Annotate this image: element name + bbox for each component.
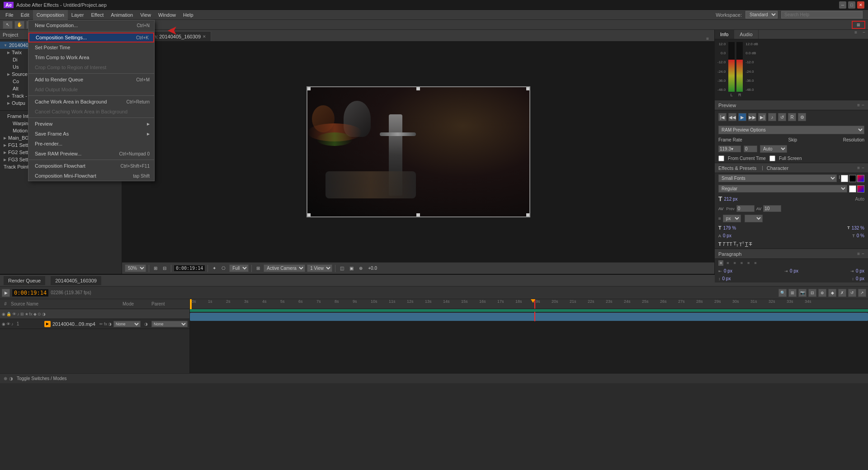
layer-1-fx-icon[interactable]: fx [104, 322, 107, 326]
preview-loop[interactable]: ↺ [778, 113, 786, 121]
character-label[interactable]: Character [767, 165, 788, 171]
workspace-select[interactable]: Standard [745, 11, 778, 19]
dd-item-cache-bg[interactable]: Cache Work Area in Background Ctrl+Retur… [28, 97, 154, 107]
dd-item-save-ram[interactable]: Save RAM Preview... Ctrl+Numpad 0 [28, 149, 154, 159]
zoom-select[interactable]: 50% [125, 264, 146, 272]
char-unit-select[interactable]: px [723, 215, 741, 222]
dd-item-comp-settings[interactable]: Composition Settings... Ctrl+K [28, 33, 154, 42]
menu-file[interactable]: File [2, 10, 17, 20]
layer-1-parent-select[interactable]: None [151, 321, 188, 327]
tool-hand[interactable]: ✋ [14, 21, 24, 29]
char-style-Tsup[interactable]: TT [739, 241, 744, 247]
skip-input[interactable] [744, 146, 757, 152]
maximize-button[interactable]: □ [848, 1, 855, 9]
lc-effects-icon[interactable]: fx [29, 312, 33, 316]
resolution-select[interactable]: Auto [760, 145, 787, 153]
tl-camera-btn[interactable]: 📷 [798, 289, 807, 297]
lc-quality-icon[interactable]: ★ [25, 312, 28, 316]
table-row[interactable]: ◉ 👁 ♪ 1 ▶ 20140040...09.mp4 ✏ fx ◑ None … [0, 319, 189, 329]
dd-item-new-comp[interactable]: New Composition... Ctrl+N [28, 20, 154, 30]
status-icon-1[interactable]: ⊕ [4, 376, 7, 381]
search-input[interactable] [781, 11, 863, 19]
grid-icon[interactable]: ⊞ [255, 265, 262, 271]
dd-item-flowchart[interactable]: Composition Flowchart Ctrl+Shift+F11 [28, 161, 154, 171]
align-justify-icon[interactable]: ≡ [739, 260, 744, 266]
tl-play-btn[interactable]: ▶ [2, 289, 10, 297]
corner-handle-bl[interactable] [307, 213, 311, 217]
toggle-switches-label[interactable]: Toggle Switches / Modes [17, 376, 67, 381]
framerate-input[interactable] [718, 146, 741, 152]
tl-mode-btn[interactable]: ⊞ [788, 289, 797, 297]
render-icon[interactable]: ▣ [348, 265, 355, 271]
layer-1-mode-select[interactable]: None [113, 321, 141, 327]
preview-go-last[interactable]: ▶| [758, 113, 766, 121]
snap-icon[interactable]: ✦ [211, 265, 218, 271]
menu-help[interactable]: Help [179, 10, 197, 20]
dd-item-set-poster[interactable]: Set Poster Time [28, 42, 154, 52]
right-panel-collapse[interactable]: − [860, 30, 868, 39]
tl-flowchart-btn[interactable]: ↗ [858, 289, 866, 297]
view-count-select[interactable]: 1 View [307, 264, 332, 272]
align-left-icon[interactable]: ≡ [718, 260, 723, 266]
char-style-Tstrike[interactable]: T [749, 241, 752, 247]
menu-view[interactable]: View [137, 10, 155, 20]
corner-handle-tl[interactable] [307, 87, 311, 90]
close-button[interactable]: ✕ [857, 1, 864, 9]
align-right-icon[interactable]: ≡ [732, 260, 737, 266]
preview-play[interactable]: ▶ [738, 113, 746, 121]
tl-paste-btn[interactable]: ⊕ [818, 289, 826, 297]
char-swatch2-grad[interactable] [857, 185, 864, 193]
lc-solo-icon[interactable]: ◉ [2, 312, 5, 316]
minimize-button[interactable]: ─ [839, 1, 846, 9]
layer-1-edit-icon[interactable]: ✏ [99, 322, 103, 326]
char-icon-italic[interactable]: I [839, 175, 840, 182]
layer-1-solo[interactable]: ◉ [2, 322, 5, 326]
dd-item-preview[interactable]: Preview ▶ [28, 119, 154, 129]
align-justify-all-icon[interactable]: ≡ [746, 260, 751, 266]
align-center-icon[interactable]: ≡ [725, 260, 730, 266]
layer-1-blend-icon[interactable]: ◑ [108, 322, 112, 326]
char-style-Tsub[interactable]: TT [733, 241, 738, 247]
char-swatch-black[interactable] [849, 175, 856, 182]
lc-adj-icon[interactable]: ◑ [42, 312, 46, 316]
char-kern-input[interactable] [736, 205, 755, 212]
comp-panel-menu[interactable]: ≡ [703, 36, 712, 41]
fit-icon[interactable]: ⊞ [152, 265, 159, 271]
track-clip-1[interactable] [190, 313, 868, 321]
dd-item-trim-comp[interactable]: Trim Comp to Work Area [28, 52, 154, 62]
lc-framemix-icon[interactable]: ◆ [33, 312, 37, 316]
preview-audio[interactable]: ♪ [768, 113, 776, 121]
layer-1-visible[interactable]: 👁 [6, 322, 10, 326]
preview-settings[interactable]: ⚙ [798, 113, 806, 121]
char-track-input[interactable] [763, 205, 781, 212]
quality-select[interactable]: Full [229, 264, 249, 272]
tool-arrow[interactable]: ↖ [3, 21, 13, 29]
lc-visible-icon[interactable]: 👁 [12, 312, 16, 316]
char-style-select[interactable]: Regular [718, 185, 847, 193]
dd-item-save-frame[interactable]: Save Frame As ▶ [28, 129, 154, 139]
char-style-Tunder[interactable]: T [745, 241, 748, 247]
3d-icon[interactable]: ⎔ [220, 265, 227, 271]
dd-item-pre-render[interactable]: Pre-render... [28, 139, 154, 149]
status-icon-2[interactable]: ◑ [9, 376, 13, 381]
layer-1-audio[interactable]: ♪ [11, 322, 14, 326]
menu-composition[interactable]: Composition [33, 10, 68, 20]
resolution-icon[interactable]: ⊟ [161, 265, 168, 271]
char-swatch2-white[interactable] [849, 185, 856, 193]
comp-timeline-tab[interactable]: 20140405_160309 [51, 276, 101, 285]
render-queue-tab[interactable]: Render Queue [4, 276, 45, 285]
menu-effect[interactable]: Effect [87, 10, 107, 20]
corner-handle-bm[interactable] [416, 213, 420, 217]
preview-panel-collapse[interactable]: − [862, 103, 864, 108]
char-unit-select2[interactable] [745, 215, 763, 222]
dd-item-mini-flowchart[interactable]: Composition Mini-Flowchart tap Shift [28, 171, 154, 181]
ram-preview-dropdown[interactable]: RAM Preview Options [718, 126, 864, 134]
menu-window[interactable]: Window [155, 10, 179, 20]
full-screen-check[interactable] [769, 155, 775, 161]
preview-next-frame[interactable]: ▶▶ [748, 113, 756, 121]
char-swatch-gradient[interactable] [857, 175, 864, 182]
corner-handle-tm[interactable] [416, 87, 420, 90]
corner-handle-tr[interactable] [526, 87, 530, 90]
from-current-time-check[interactable] [718, 155, 724, 161]
lc-lock-icon[interactable]: 🔒 [6, 312, 11, 316]
